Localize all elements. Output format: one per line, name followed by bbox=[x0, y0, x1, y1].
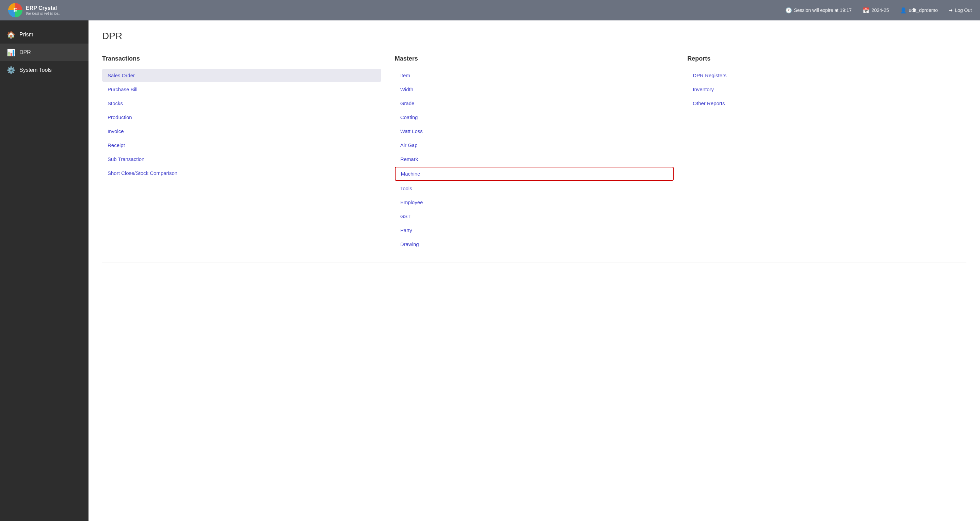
content-area: DPR Transactions Sales Order Purchase Bi… bbox=[89, 21, 980, 521]
menu-link-watt-loss[interactable]: Watt Loss bbox=[395, 125, 674, 138]
year-info: 📅 2024-25 bbox=[862, 7, 889, 14]
logout-label: Log Out bbox=[955, 8, 972, 13]
user-label: udit_dprdemo bbox=[909, 8, 938, 13]
clock-icon: 🕐 bbox=[785, 7, 792, 14]
chart-icon: 📊 bbox=[7, 48, 15, 57]
session-label: Session will expire at 19:17 bbox=[794, 8, 852, 13]
sidebar-item-system-tools[interactable]: ⚙️ System Tools bbox=[0, 61, 89, 79]
menu-link-employee[interactable]: Employee bbox=[395, 196, 674, 209]
sidebar-label-system-tools: System Tools bbox=[19, 67, 52, 73]
calendar-icon: 📅 bbox=[862, 7, 869, 14]
menu-link-coating[interactable]: Coating bbox=[395, 111, 674, 124]
menu-link-short-close[interactable]: Short Close/Stock Comparison bbox=[102, 167, 381, 179]
app-title: ERP Crystal bbox=[26, 5, 60, 11]
user-info: 👤 udit_dprdemo bbox=[900, 7, 938, 14]
menu-link-inventory[interactable]: Inventory bbox=[687, 83, 966, 95]
logout-button[interactable]: ➜ Log Out bbox=[949, 8, 972, 13]
year-label: 2024-25 bbox=[872, 8, 889, 13]
menu-link-dpr-registers[interactable]: DPR Registers bbox=[687, 69, 966, 82]
menu-link-air-gap[interactable]: Air Gap bbox=[395, 139, 674, 151]
masters-column: Masters Item Width Grade Coating Watt Lo… bbox=[395, 55, 674, 252]
menu-link-machine[interactable]: Machine bbox=[395, 167, 674, 181]
menu-link-other-reports[interactable]: Other Reports bbox=[687, 97, 966, 110]
menu-link-tools[interactable]: Tools bbox=[395, 182, 674, 195]
menu-link-sub-transaction[interactable]: Sub Transaction bbox=[102, 153, 381, 165]
sidebar-item-prism[interactable]: 🏠 Prism bbox=[0, 26, 89, 44]
app-name-area: ERP Crystal the best is yet to be.. bbox=[26, 5, 60, 15]
gear-icon: ⚙️ bbox=[7, 66, 15, 74]
logout-icon: ➜ bbox=[949, 8, 953, 13]
sidebar-item-dpr[interactable]: 📊 DPR bbox=[0, 44, 89, 61]
menu-link-width[interactable]: Width bbox=[395, 83, 674, 95]
menu-link-grade[interactable]: Grade bbox=[395, 97, 674, 110]
sidebar-label-prism: Prism bbox=[19, 32, 33, 38]
top-header: E ERP Crystal the best is yet to be.. 🕐 … bbox=[0, 0, 980, 21]
menu-grid: Transactions Sales Order Purchase Bill S… bbox=[102, 52, 966, 255]
sidebar-label-dpr: DPR bbox=[19, 49, 31, 56]
menu-link-stocks[interactable]: Stocks bbox=[102, 97, 381, 110]
menu-link-sales-order[interactable]: Sales Order bbox=[102, 69, 381, 82]
menu-link-party[interactable]: Party bbox=[395, 224, 674, 237]
user-icon: 👤 bbox=[900, 7, 907, 14]
menu-link-gst[interactable]: GST bbox=[395, 210, 674, 222]
menu-link-receipt[interactable]: Receipt bbox=[102, 139, 381, 151]
reports-column: Reports DPR Registers Inventory Other Re… bbox=[687, 55, 966, 252]
sidebar: 🏠 Prism 📊 DPR ⚙️ System Tools bbox=[0, 21, 89, 521]
app-logo: E bbox=[8, 3, 22, 17]
menu-link-production[interactable]: Production bbox=[102, 111, 381, 124]
logo-area: E ERP Crystal the best is yet to be.. bbox=[8, 3, 97, 17]
header-meta: 🕐 Session will expire at 19:17 📅 2024-25… bbox=[785, 7, 972, 14]
home-icon: 🏠 bbox=[7, 31, 15, 39]
page-title: DPR bbox=[102, 31, 966, 41]
menu-link-drawing[interactable]: Drawing bbox=[395, 238, 674, 251]
menu-link-item[interactable]: Item bbox=[395, 69, 674, 82]
transactions-column: Transactions Sales Order Purchase Bill S… bbox=[102, 55, 381, 252]
app-tagline: the best is yet to be.. bbox=[26, 11, 60, 15]
transactions-title: Transactions bbox=[102, 55, 381, 62]
main-layout: 🏠 Prism 📊 DPR ⚙️ System Tools DPR Transa… bbox=[0, 21, 980, 521]
masters-title: Masters bbox=[395, 55, 674, 62]
reports-title: Reports bbox=[687, 55, 966, 62]
menu-link-remark[interactable]: Remark bbox=[395, 153, 674, 165]
menu-link-purchase-bill[interactable]: Purchase Bill bbox=[102, 83, 381, 95]
session-info: 🕐 Session will expire at 19:17 bbox=[785, 7, 852, 14]
bottom-divider bbox=[102, 262, 966, 262]
menu-link-invoice[interactable]: Invoice bbox=[102, 125, 381, 138]
